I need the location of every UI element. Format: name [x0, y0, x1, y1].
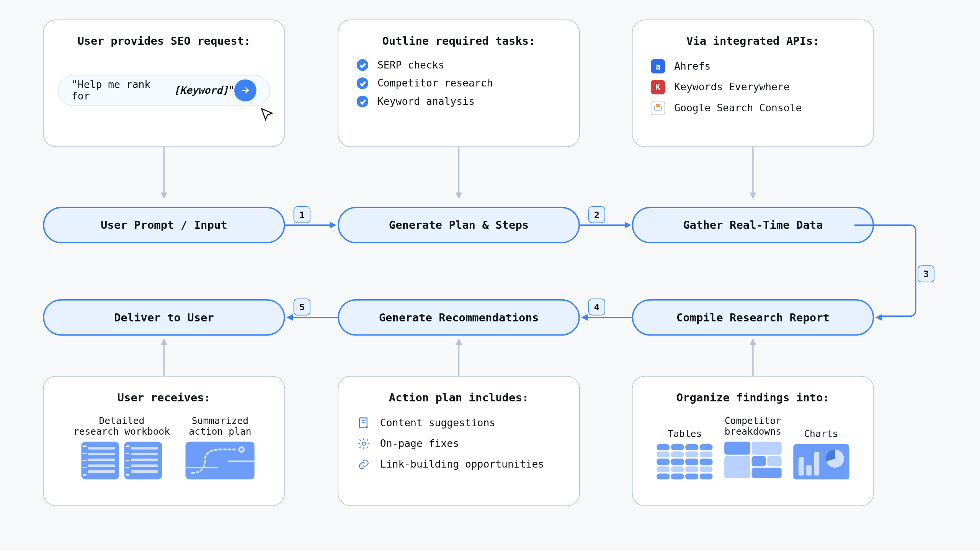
- task-item: SERP checks: [357, 59, 565, 71]
- node-user-prompt: User Prompt / Input: [43, 207, 285, 243]
- charts-label: Charts: [793, 429, 849, 439]
- card-title: User receives:: [58, 391, 270, 404]
- card-organize: Organize findings into: Tables Competito…: [632, 376, 874, 506]
- arrow-down-icon: [750, 147, 756, 200]
- ahrefs-icon: a: [651, 59, 665, 73]
- breakdowns-label: Competitor breakdowns: [725, 416, 781, 436]
- card-title: Outline required tasks:: [353, 34, 565, 47]
- arrow-left-icon: [285, 314, 338, 321]
- plan-item: Link-building opportunities: [357, 457, 565, 471]
- prompt-text-suffix: ": [229, 85, 235, 96]
- workbook-block: Detailed research workbook: [74, 416, 170, 479]
- card-action-plan: Action plan includes: Content suggestion…: [338, 376, 580, 506]
- card-title: Action plan includes:: [353, 391, 565, 404]
- arrow-up-icon: [750, 337, 756, 377]
- api-item: KKeywords Everywhere: [651, 80, 859, 94]
- prompt-text-prefix: "Help me rank for: [72, 79, 174, 102]
- card-title: User provides SEO request:: [58, 34, 270, 47]
- node-deliver: Deliver to User: [43, 299, 285, 336]
- arrow-down-icon: [456, 147, 462, 200]
- google-search-console-icon: [651, 101, 665, 115]
- card-apis: Via integrated APIs: aAhrefs KKeywords E…: [632, 20, 874, 147]
- plan-item: Content suggestions: [357, 416, 565, 430]
- notebook-icon: [82, 442, 119, 479]
- plan-label: Summarized action plan: [186, 416, 255, 436]
- svg-rect-1: [656, 104, 660, 107]
- card-user-receives: User receives: Detailed research workboo…: [43, 376, 285, 506]
- card-outline-tasks: Outline required tasks: SERP checks Comp…: [338, 20, 580, 147]
- chart-icon: [793, 444, 849, 479]
- svg-point-19: [362, 442, 366, 445]
- card-user-request: User provides SEO request: "Help me rank…: [43, 20, 285, 147]
- step-number: 1: [294, 206, 310, 223]
- card-title: Via integrated APIs:: [647, 34, 859, 47]
- link-icon: [357, 457, 371, 471]
- treemap-icon: [725, 442, 781, 477]
- send-icon: [235, 79, 256, 101]
- document-icon: [357, 416, 371, 430]
- plan-block: Summarized action plan: [186, 416, 255, 479]
- arrow-right-icon: [285, 222, 338, 228]
- step-number: 2: [588, 206, 605, 223]
- charts-block: Charts: [793, 416, 849, 479]
- node-recommendations: Generate Recommendations: [338, 299, 580, 336]
- map-icon: [186, 442, 255, 479]
- step-number: 3: [918, 266, 934, 282]
- node-compile-report: Compile Research Report: [632, 299, 874, 336]
- arrow-up-icon: [161, 337, 167, 377]
- task-item: Keyword analysis: [357, 96, 565, 108]
- node-generate-plan: Generate Plan & Steps: [338, 207, 580, 243]
- api-item: aAhrefs: [651, 59, 859, 73]
- step-number: 4: [588, 298, 605, 315]
- gear-icon: [357, 437, 371, 451]
- check-icon: [357, 96, 369, 108]
- table-icon: [657, 444, 713, 479]
- keywords-everywhere-icon: K: [651, 80, 665, 94]
- prompt-pill: "Help me rank for [Keyword] ": [58, 75, 270, 106]
- notebook-icon: [124, 442, 162, 479]
- prompt-keyword: [Keyword]: [174, 85, 229, 96]
- task-item: Competitor research: [357, 77, 565, 89]
- arrow-right-icon: [580, 222, 633, 228]
- node-gather-data: Gather Real-Time Data: [632, 207, 874, 243]
- check-icon: [357, 59, 369, 71]
- breakdowns-block: Competitor breakdowns: [725, 416, 781, 479]
- check-icon: [357, 77, 369, 89]
- step-number: 5: [294, 298, 310, 315]
- arrow-down-icon: [161, 147, 167, 200]
- api-item: Google Search Console: [651, 101, 859, 115]
- card-title: Organize findings into:: [647, 391, 859, 404]
- arrow-up-icon: [456, 337, 462, 377]
- tables-block: Tables: [657, 416, 713, 479]
- plan-item: On-page fixes: [357, 437, 565, 451]
- arrow-left-icon: [580, 314, 633, 321]
- tables-label: Tables: [657, 429, 713, 439]
- workbook-label: Detailed research workbook: [74, 416, 170, 436]
- svg-point-13: [240, 448, 243, 451]
